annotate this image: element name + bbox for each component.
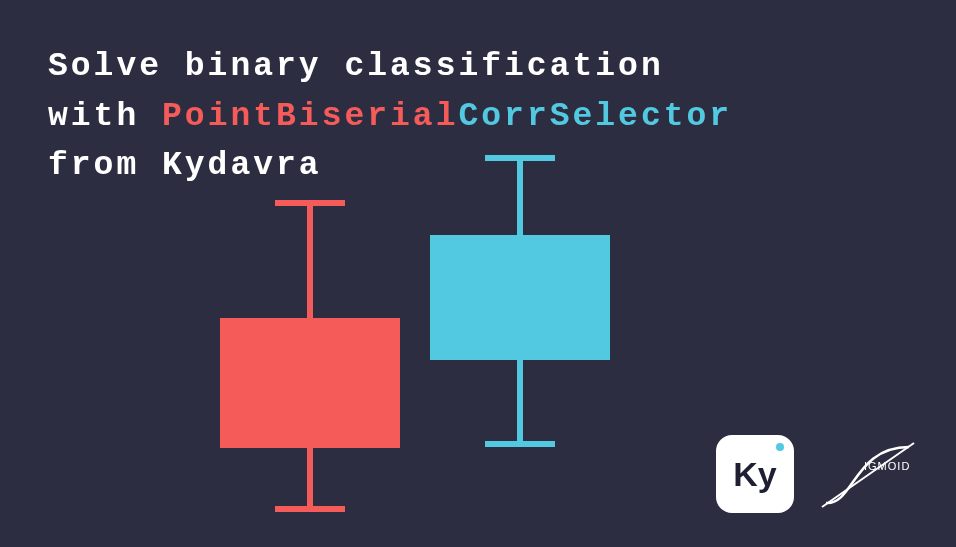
text-highlight-cyan: CorrSelector [458,98,732,135]
igmoid-logo: IGMOID [814,435,924,515]
headline-line-2: with PointBiserialCorrSelector [48,92,732,142]
box-body [220,318,400,448]
boxplot-red [220,200,400,520]
igmoid-logo-text: IGMOID [864,460,910,472]
whisker-cap-top [275,200,345,206]
boxplot-cyan [430,155,610,455]
whisker-cap-top [485,155,555,161]
text-plain: Solve binary classification [48,48,664,85]
svg-line-0 [822,443,914,507]
text-plain: with [48,98,162,135]
ky-logo-text: Ky [733,455,776,494]
boxplot-graphic [200,170,700,530]
headline-line-1: Solve binary classification [48,42,732,92]
whisker-cap-bottom [485,441,555,447]
box-body [430,235,610,360]
headline-block: Solve binary classification with PointBi… [48,42,732,191]
text-highlight-red: PointBiserial [162,98,458,135]
whisker-cap-bottom [275,506,345,512]
sigmoid-icon: IGMOID [814,435,924,515]
logo-dot-icon [776,443,784,451]
ky-logo: Ky [716,435,794,513]
